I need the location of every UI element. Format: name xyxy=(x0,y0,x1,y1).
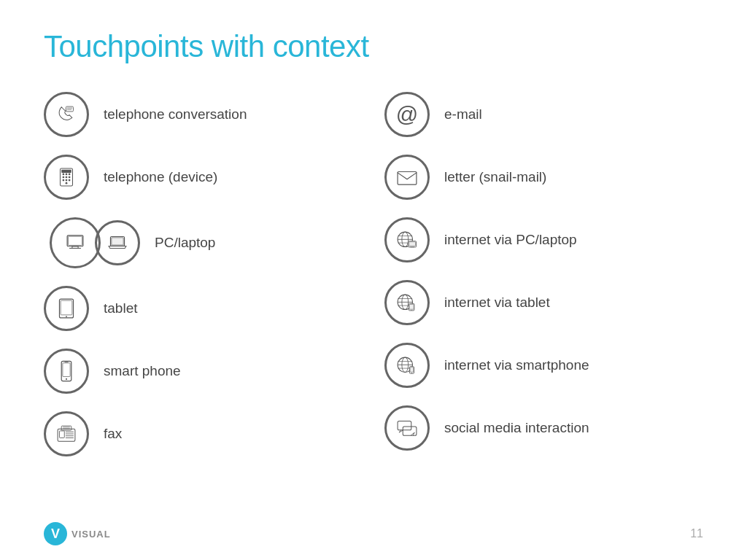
chat-svg xyxy=(395,416,419,440)
svg-rect-60 xyxy=(410,368,414,372)
svg-point-23 xyxy=(66,316,67,317)
fax-svg xyxy=(54,421,79,446)
list-item: telephone (device) xyxy=(44,149,363,206)
smartphone-svg xyxy=(54,359,79,384)
tablet-icon xyxy=(44,286,89,331)
telephone-conversation-label: telephone conversation xyxy=(104,106,247,122)
svg-point-53 xyxy=(411,310,412,311)
svg-point-7 xyxy=(63,176,65,179)
social-media-label: social media interaction xyxy=(444,420,589,436)
svg-rect-15 xyxy=(67,236,83,246)
svg-point-6 xyxy=(69,174,71,176)
laptop-svg xyxy=(105,230,130,255)
svg-rect-34 xyxy=(61,426,71,430)
list-item: social media interaction xyxy=(384,400,703,456)
internet-pc-label: internet via PC/laptop xyxy=(444,232,577,248)
svg-rect-25 xyxy=(63,363,70,377)
globe-phone-svg xyxy=(395,353,419,378)
svg-point-9 xyxy=(69,176,71,179)
svg-rect-14 xyxy=(61,170,71,173)
svg-point-8 xyxy=(66,176,68,179)
svg-point-12 xyxy=(69,179,71,182)
list-item: smart phone xyxy=(44,343,363,400)
list-item: internet via smartphone xyxy=(384,337,703,394)
keypad-svg xyxy=(54,165,79,190)
content-area: telephone conversation xyxy=(44,86,703,462)
list-item: PC/laptop xyxy=(44,211,363,274)
globe-tablet-svg xyxy=(395,290,419,315)
svg-rect-0 xyxy=(66,106,73,112)
svg-point-4 xyxy=(63,174,65,176)
list-item: @ e-mail xyxy=(384,86,703,143)
svg-rect-29 xyxy=(59,431,64,438)
logo: V VISUAL xyxy=(44,522,111,545)
list-item: fax xyxy=(44,405,363,462)
svg-point-61 xyxy=(411,373,412,373)
smart-phone-label: smart phone xyxy=(104,363,181,379)
email-icon: @ xyxy=(384,92,430,137)
internet-smartphone-icon xyxy=(384,343,430,388)
svg-point-5 xyxy=(66,174,68,176)
svg-point-26 xyxy=(66,378,67,380)
list-item: internet via PC/laptop xyxy=(384,211,703,268)
logo-letter: V xyxy=(51,526,60,542)
svg-rect-52 xyxy=(409,304,414,309)
page-number: 11 xyxy=(690,527,703,540)
tablet-svg xyxy=(54,296,79,321)
laptop-icon xyxy=(95,220,140,265)
slide-title: Touchpoints with context xyxy=(44,29,703,64)
internet-tablet-label: internet via tablet xyxy=(444,295,550,311)
svg-rect-62 xyxy=(398,421,411,429)
svg-rect-63 xyxy=(403,427,417,435)
envelope-svg xyxy=(395,165,419,190)
fax-icon xyxy=(44,411,89,456)
social-media-icon xyxy=(384,405,430,451)
tablet-label: tablet xyxy=(104,300,137,316)
svg-rect-22 xyxy=(61,300,72,315)
slide: Touchpoints with context telepho xyxy=(0,0,747,560)
logo-text: VISUAL xyxy=(71,529,111,540)
svg-rect-37 xyxy=(398,172,417,185)
smartphone-icon xyxy=(44,349,89,394)
list-item: letter (snail-mail) xyxy=(384,149,703,206)
telephone-device-label: telephone (device) xyxy=(104,169,217,185)
globe-pc-svg xyxy=(395,228,419,252)
telephone-conversation-icon xyxy=(44,92,89,137)
list-item: internet via tablet xyxy=(384,274,703,331)
pc-laptop-label: PC/laptop xyxy=(155,235,215,251)
svg-point-11 xyxy=(66,179,68,182)
desktop-icon xyxy=(50,217,101,268)
footer: V VISUAL 11 xyxy=(44,522,703,545)
list-item: telephone conversation xyxy=(44,86,363,143)
desktop-svg xyxy=(63,230,88,255)
right-column: @ e-mail letter (snail-mail) xyxy=(363,86,703,462)
left-column: telephone conversation xyxy=(44,86,363,462)
svg-point-10 xyxy=(63,179,65,182)
list-item: tablet xyxy=(44,280,363,337)
svg-rect-44 xyxy=(409,242,416,246)
svg-point-13 xyxy=(66,182,68,184)
telephone-device-icon xyxy=(44,155,89,200)
at-symbol: @ xyxy=(396,102,418,127)
svg-rect-20 xyxy=(112,238,123,245)
internet-pc-icon xyxy=(384,217,430,262)
letter-label: letter (snail-mail) xyxy=(444,169,546,185)
email-label: e-mail xyxy=(444,106,482,122)
letter-icon xyxy=(384,155,430,200)
logo-circle: V xyxy=(44,522,67,545)
internet-smartphone-label: internet via smartphone xyxy=(444,357,589,373)
phone-svg xyxy=(54,102,79,127)
fax-label: fax xyxy=(104,426,122,442)
svg-rect-18 xyxy=(68,236,82,245)
internet-tablet-icon xyxy=(384,280,430,325)
